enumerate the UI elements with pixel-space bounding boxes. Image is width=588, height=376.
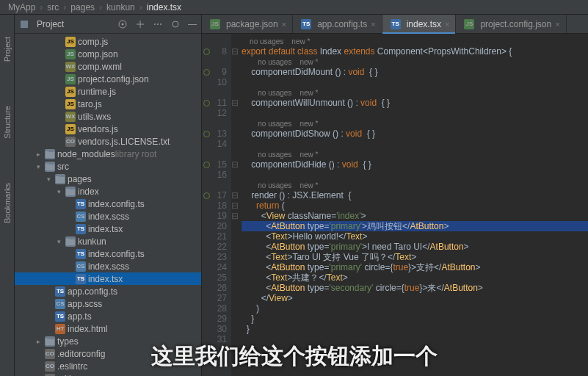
tree-item[interactable]: CSindex.scss (15, 260, 201, 272)
svg-point-2 (122, 23, 124, 25)
tool-structure[interactable]: Structure (3, 106, 12, 139)
svg-rect-0 (21, 21, 28, 28)
editor-tab[interactable]: TSapp.config.ts× (293, 15, 382, 33)
tool-project[interactable]: Project (3, 37, 12, 62)
gear-icon[interactable] (170, 19, 181, 29)
breadcrumb: MyApp›src›pages›kunkun›index.tsx (0, 0, 588, 15)
tree-item[interactable]: CSindex.scss (15, 210, 201, 223)
svg-point-6 (173, 21, 178, 27)
close-icon[interactable]: × (282, 20, 286, 29)
close-icon[interactable]: × (445, 20, 449, 29)
tree-item[interactable]: ▾src (15, 160, 201, 173)
tree-item[interactable]: TSindex.tsx (15, 223, 201, 235)
subtitle-caption: 这里我们给这个按钮添加一个 (151, 341, 438, 372)
editor-tab[interactable]: TSindex.tsx× (382, 15, 457, 33)
target-icon[interactable] (117, 19, 128, 29)
sidebar-title: Project (37, 19, 110, 29)
close-icon[interactable]: × (371, 20, 375, 29)
tree-item[interactable]: ▸node_modules library root (15, 148, 201, 160)
line-gutter: 8910111213141516171819202122232425262728… (202, 34, 231, 376)
tree-item[interactable]: JSruntime.js (15, 85, 201, 98)
tree-item[interactable]: TSindex.config.ts (15, 198, 201, 210)
tree-item[interactable]: JSvendors.js (15, 123, 201, 135)
tree-item[interactable]: CSapp.scss (15, 297, 201, 310)
project-sidebar: Project — JScomp.jsJScomp.jsonWXcomp.wxm… (15, 15, 202, 376)
code-text[interactable]: no usages new *export default class Inde… (239, 34, 588, 376)
tree-item[interactable]: ▾pages (15, 173, 201, 185)
tree-item[interactable]: JScomp.json (15, 48, 201, 60)
hide-icon[interactable]: — (188, 19, 197, 29)
editor-tabs: JSpackage.json×TSapp.config.ts×TSindex.t… (202, 15, 588, 34)
svg-point-5 (160, 24, 161, 25)
editor-tab[interactable]: JSpackage.json× (202, 15, 293, 33)
tree-item[interactable]: JStaro.js (15, 98, 201, 110)
tool-bookmarks[interactable]: Bookmarks (3, 183, 12, 223)
svg-point-3 (154, 24, 156, 25)
project-icon (19, 19, 29, 29)
dots-icon[interactable] (153, 19, 163, 29)
sidebar-header: Project — (15, 15, 201, 34)
tree-item[interactable]: TSindex.tsx (15, 272, 201, 285)
close-icon[interactable]: × (555, 20, 559, 29)
editor-tab[interactable]: JSproject.config.json× (456, 15, 566, 33)
tree-item[interactable]: TSapp.config.ts (15, 285, 201, 297)
tree-item[interactable]: JSproject.config.json (15, 73, 201, 85)
tree-item[interactable]: COvendors.js.LICENSE.txt (15, 135, 201, 148)
left-tool-strip: Project Structure Bookmarks (0, 15, 15, 376)
tree-item[interactable]: ▾kunkun (15, 235, 201, 247)
tree-item[interactable]: HTindex.html (15, 322, 201, 335)
tree-item[interactable]: JScomp.js (15, 35, 201, 48)
tree-item[interactable]: TSapp.ts (15, 310, 201, 322)
editor-area: JSpackage.json×TSapp.config.ts×TSindex.t… (202, 15, 588, 376)
code-editor[interactable]: 8910111213141516171819202122232425262728… (202, 34, 588, 376)
divide-icon[interactable] (135, 19, 145, 29)
file-tree[interactable]: JScomp.jsJScomp.jsonWXcomp.wxmlJSproject… (15, 34, 201, 376)
tree-item[interactable]: ▾index (15, 185, 201, 198)
svg-point-4 (157, 24, 159, 25)
tree-item[interactable]: WXcomp.wxml (15, 60, 201, 73)
tree-item[interactable]: CO.gitignore (15, 372, 201, 376)
tree-item[interactable]: TSindex.config.ts (15, 247, 201, 260)
fold-gutter[interactable]: ⊟⊟⊟⊟⊟⊟ (231, 34, 239, 376)
tree-item[interactable]: WXutils.wxs (15, 110, 201, 123)
